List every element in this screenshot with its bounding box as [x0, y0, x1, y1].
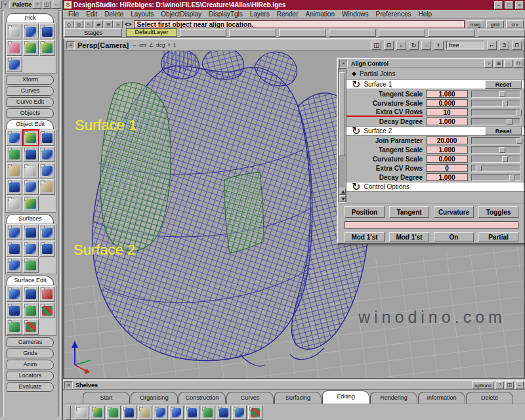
surface-edit-tool-icon[interactable] [39, 286, 55, 302]
shelf-tab-construction[interactable]: Construction [178, 392, 226, 404]
pick-object-icon[interactable] [23, 24, 39, 39]
surface-1-patch[interactable] [100, 83, 171, 251]
decay-degree-slider[interactable] [471, 118, 520, 125]
surface-1-reset-button[interactable]: Reset [485, 80, 522, 89]
surface-edit-tool-icon[interactable] [7, 303, 22, 318]
shelf-tab-information[interactable]: Information [418, 392, 465, 404]
palette-tab-anim[interactable]: Anim [7, 360, 54, 369]
curvature-button[interactable]: Curvature [434, 206, 474, 218]
surface-2-patch[interactable] [224, 172, 264, 253]
curvature-scale-field[interactable]: 0.000 [426, 99, 468, 107]
close-icon[interactable]: × [339, 60, 348, 68]
shelf-drag-handle[interactable] [66, 406, 71, 420]
tangent-scale-field[interactable]: 1.000 [426, 90, 468, 98]
shelf-tab-rendering[interactable]: Rendering [370, 392, 417, 404]
quick-tool-icon-4[interactable]: ▰ [94, 20, 103, 28]
object-edit-tool-icon[interactable] [39, 163, 55, 178]
control-options-header[interactable]: ↻ Control Options [346, 182, 524, 192]
help-icon[interactable]: ? [33, 1, 41, 9]
palette-tab-objects[interactable]: Objects [7, 108, 54, 118]
object-edit-tool-icon[interactable] [7, 179, 22, 195]
surface-edit-tool-icon[interactable] [7, 286, 22, 302]
layer-slot[interactable] [329, 29, 376, 37]
layer-slot[interactable] [229, 29, 276, 37]
minimize-icon[interactable]: – [515, 381, 524, 389]
curvature-scale-field[interactable]: 0.000 [426, 155, 468, 163]
palette-titlebar[interactable]: × Palette ? ◫ – [0, 0, 62, 9]
menu-objectdisplay[interactable]: ObjectDisplay [161, 10, 201, 18]
object-edit-tool-icon[interactable] [23, 163, 39, 178]
pane-count-button[interactable]: 3 [499, 41, 509, 50]
quick-tool-icon-1[interactable]: ◇ [64, 20, 74, 28]
palette-tab-locators[interactable]: Locators [7, 371, 54, 381]
palette-tab-surface-edit[interactable]: Surface Edit [7, 276, 54, 285]
camera-icon[interactable]: ◫ [371, 41, 381, 50]
shelf-tool-icon[interactable] [248, 406, 262, 420]
restore-icon[interactable]: ⊓ [514, 60, 522, 68]
object-edit-tool-icon[interactable] [23, 196, 39, 211]
surfaces-tool-icon[interactable] [23, 241, 39, 257]
surfaces-tool-icon[interactable] [7, 241, 22, 257]
close-icon[interactable]: × [1, 1, 10, 9]
surface-edit-tool-icon[interactable] [23, 286, 39, 302]
partial-button[interactable]: Partial [478, 232, 518, 242]
tangent-button[interactable]: Tangent [389, 206, 429, 218]
object-edit-tool-icon[interactable] [39, 130, 55, 146]
minimize-icon[interactable]: – [504, 60, 513, 68]
shelf-tool-icon[interactable] [154, 406, 168, 420]
extra-cv-rows-slider[interactable] [471, 109, 520, 116]
menu-edit[interactable]: Edit [86, 10, 97, 18]
menu-preferences[interactable]: Preferences [376, 10, 411, 18]
quick-tool-icon-5[interactable]: ⊟ [104, 20, 113, 28]
layer-slot[interactable] [180, 29, 227, 37]
dialog-titlebar[interactable]: × Align Control ? ⊞ – ⊓ [338, 59, 524, 68]
shelf-tool-icon[interactable] [106, 406, 121, 420]
pan-icon[interactable]: + [434, 41, 444, 50]
toggles-button[interactable]: Toggles [478, 206, 518, 218]
layer-slot[interactable] [428, 29, 475, 37]
shelf-tool-icon[interactable] [138, 406, 152, 420]
minimize-icon[interactable]: – [494, 1, 503, 9]
object-edit-tool-icon[interactable] [23, 179, 39, 195]
menu-displaytgls[interactable]: DisplayTgls [209, 10, 243, 18]
maximize-icon[interactable]: □ [505, 1, 513, 9]
stages-button[interactable]: Stages [64, 28, 122, 37]
dialog-scrollbar[interactable] [338, 68, 346, 203]
bookmark-icon[interactable]: ⊡ [384, 41, 394, 50]
scrollbar-thumb[interactable] [339, 72, 345, 156]
crv-button[interactable]: crv [506, 20, 524, 28]
quick-tool-icon-3[interactable]: ∿ [84, 20, 93, 28]
menu-file[interactable]: File [68, 10, 79, 18]
scroll-up-icon[interactable] [339, 188, 346, 195]
tangent-scale-slider[interactable] [471, 91, 520, 98]
quick-tool-icon-2[interactable]: ◎ [74, 20, 83, 28]
surface-edit-tool-icon[interactable] [23, 303, 39, 318]
palette-scrollbar-right[interactable] [58, 10, 61, 417]
shelf-tab-curves[interactable]: Curves [226, 392, 274, 404]
surfaces-tool-icon[interactable] [23, 224, 39, 240]
palette-tab-curve-edit[interactable]: Curve Edit [7, 97, 54, 107]
palette-scrollbar-left[interactable] [1, 10, 4, 417]
close-icon[interactable]: × [64, 381, 73, 389]
surfaces-tool-icon[interactable] [39, 241, 55, 257]
surface-edit-tool-icon[interactable] [7, 319, 22, 335]
prompt-history-toggle[interactable]: <> [123, 21, 133, 28]
align-tool-icon[interactable] [23, 130, 39, 146]
menu-layers[interactable]: Layers [250, 10, 270, 18]
tangent-scale-slider[interactable] [471, 146, 520, 154]
palette-tab-pick[interactable]: Pick [7, 13, 54, 23]
curvature-scale-slider[interactable] [471, 100, 520, 107]
help-icon[interactable]: ? [495, 381, 504, 389]
viewport-header[interactable]: × Persp[Camera] ↔ cm ∠ deg ⌖ 1 ◫ ⊡ ⌕ ↻ ◌… [64, 39, 524, 51]
shelves-titlebar[interactable]: × Shelves options ? ◫ – [63, 381, 525, 390]
surface-edit-tool-icon[interactable] [23, 319, 39, 335]
surfaces-tool-icon[interactable] [7, 224, 22, 240]
shelf-tool-icon[interactable] [169, 406, 184, 420]
shelf-tab-organising[interactable]: Organising [131, 392, 178, 404]
join-parameter-slider[interactable] [471, 137, 520, 144]
camera-mode-select[interactable]: free [446, 41, 484, 49]
surfaces-tool-icon[interactable] [23, 257, 39, 273]
window-titlebar[interactable]: S DesignStudio: HiRebiges: D:\wino\FILES… [63, 0, 525, 10]
surface-2-header[interactable]: ↻ Surface 2 Reset [346, 126, 524, 136]
palette-tab-surfaces[interactable]: Surfaces [7, 214, 54, 224]
